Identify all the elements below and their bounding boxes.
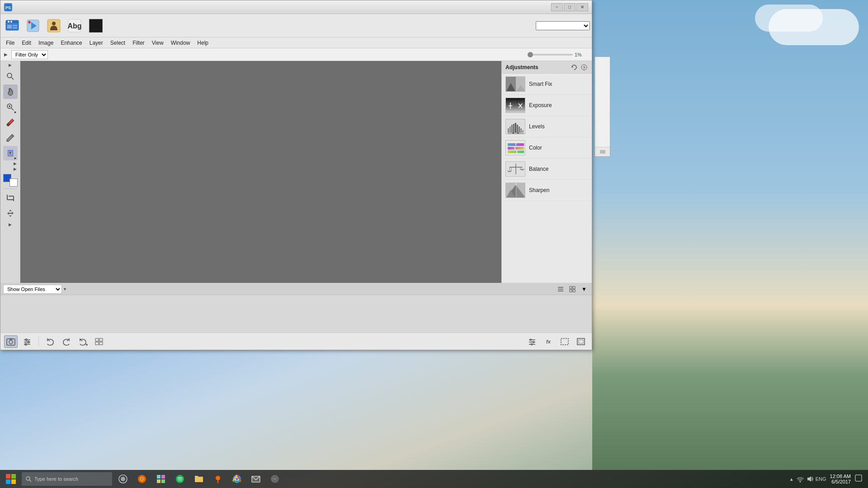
menu-help[interactable]: Help xyxy=(193,38,212,47)
adjustments-reset-icon[interactable] xyxy=(570,63,578,71)
maximize-button[interactable]: □ xyxy=(564,3,576,11)
adjustment-exposure[interactable]: Exposure xyxy=(502,95,592,116)
adjustments-header: Adjustments ? xyxy=(502,61,592,74)
history-button[interactable]: ▼ xyxy=(76,335,90,348)
sliders-button[interactable] xyxy=(525,335,539,348)
adjust-mode-button[interactable] xyxy=(20,335,34,348)
svg-rect-48 xyxy=(519,127,520,133)
svg-rect-78 xyxy=(573,286,575,289)
start-button[interactable] xyxy=(2,471,20,487)
notification-button[interactable] xyxy=(854,474,863,484)
text-tool-icon[interactable]: Abg xyxy=(65,16,85,36)
scroll-thumb[interactable] xyxy=(600,150,605,154)
menu-file[interactable]: File xyxy=(2,38,18,47)
actions-icon[interactable] xyxy=(23,16,43,36)
bottom-list-icon[interactable] xyxy=(556,285,566,294)
text-tool[interactable]: T ▶ xyxy=(3,146,18,160)
color-label: Color xyxy=(529,145,542,151)
taskbar-search[interactable]: Type here to search xyxy=(22,472,112,486)
frame-button[interactable] xyxy=(574,335,588,348)
hand-tool[interactable] xyxy=(3,84,18,99)
svg-rect-92 xyxy=(95,342,99,345)
tray-expand[interactable]: ▲ xyxy=(789,477,794,482)
svg-text:PS: PS xyxy=(5,5,11,10)
layout-button[interactable] xyxy=(92,335,106,348)
guided-icon[interactable] xyxy=(44,16,64,36)
status-left: ▼ xyxy=(4,335,106,348)
status-separator xyxy=(38,336,39,347)
menu-enhance[interactable]: Enhance xyxy=(57,38,85,47)
sharpen-label: Sharpen xyxy=(529,187,549,193)
svg-marker-29 xyxy=(572,66,573,68)
adjustment-balance[interactable]: Balance xyxy=(502,159,592,180)
taskbar-firefox[interactable] xyxy=(133,471,151,487)
eyedropper-tool[interactable] xyxy=(3,115,18,130)
bottom-expand-icon[interactable]: ▼ xyxy=(579,285,589,294)
menu-bar: File Edit Image Enhance Layer Select Fil… xyxy=(0,38,592,48)
grid-select-button[interactable] xyxy=(557,335,572,348)
adjustment-color[interactable]: Color xyxy=(502,137,592,159)
svg-point-89 xyxy=(25,343,27,345)
adjustment-sharpen[interactable]: Sharpen xyxy=(502,180,592,201)
menu-window[interactable]: Window xyxy=(167,38,194,47)
left-toolbar-expand[interactable]: ▶ xyxy=(9,63,12,67)
taskbar-chrome[interactable] xyxy=(228,471,246,487)
menu-layer[interactable]: Layer xyxy=(86,38,107,47)
organizer-icon[interactable] xyxy=(2,16,22,36)
smart-fix-thumb xyxy=(505,76,525,92)
taskbar-files[interactable] xyxy=(190,471,208,487)
adjustment-smart-fix[interactable]: Smart Fix xyxy=(502,74,592,95)
show-open-files-dropdown[interactable]: Show Open Files xyxy=(3,285,62,294)
status-right: fx xyxy=(525,335,588,348)
balance-thumb xyxy=(505,161,525,177)
taskbar-mail[interactable] xyxy=(247,471,265,487)
bottom-grid-icon[interactable] xyxy=(567,285,577,294)
taskbar-action-center[interactable] xyxy=(114,471,132,487)
menu-filter[interactable]: Filter xyxy=(129,38,148,47)
taskbar-game[interactable]: 🎮 xyxy=(266,471,284,487)
adjustments-help-icon[interactable]: ? xyxy=(580,63,588,71)
taskbar-app3[interactable] xyxy=(152,471,170,487)
svg-text:Abg: Abg xyxy=(67,22,81,30)
adjustment-levels[interactable]: Levels xyxy=(502,116,592,137)
svg-rect-46 xyxy=(515,123,516,133)
undo-button[interactable] xyxy=(43,335,57,348)
crop-tool[interactable] xyxy=(3,191,18,205)
svg-point-129 xyxy=(799,481,801,483)
menu-view[interactable]: View xyxy=(148,38,167,47)
fx-button[interactable]: fx xyxy=(541,335,556,348)
color-swatches[interactable] xyxy=(3,174,18,187)
menu-select[interactable]: Select xyxy=(107,38,129,47)
pencil-tool[interactable] xyxy=(3,131,18,145)
zoom-slider[interactable] xyxy=(528,54,573,56)
bottom-expand-arrow[interactable]: ▶ xyxy=(9,222,12,227)
close-button[interactable]: ✕ xyxy=(576,3,588,11)
svg-rect-93 xyxy=(99,342,103,345)
svg-point-13 xyxy=(52,22,56,25)
redo-button[interactable] xyxy=(60,335,73,348)
left-toolbar: ▶ xyxy=(0,61,20,283)
taskbar-spotify[interactable] xyxy=(171,471,189,487)
search-tool[interactable] xyxy=(3,69,18,84)
svg-rect-56 xyxy=(508,147,524,150)
background-color[interactable] xyxy=(9,178,18,187)
menu-edit[interactable]: Edit xyxy=(18,38,35,47)
menu-image[interactable]: Image xyxy=(35,38,57,47)
clock[interactable]: 12:08 AM 6/5/2017 xyxy=(828,473,853,485)
svg-marker-130 xyxy=(807,476,811,482)
svg-point-107 xyxy=(26,477,30,480)
minimize-button[interactable]: − xyxy=(551,3,563,11)
bottom-panel: Show Open Files ▼ xyxy=(0,283,592,333)
brush-expand[interactable]: ▶ xyxy=(3,161,18,166)
zoom-tool[interactable]: ▶ xyxy=(3,100,18,114)
clone-expand[interactable]: ▶ xyxy=(3,167,18,171)
lang-indicator[interactable]: ENG xyxy=(816,476,826,482)
color-swatch-top[interactable] xyxy=(89,19,103,33)
zoom-label: 1% xyxy=(575,52,588,57)
svg-rect-100 xyxy=(561,338,568,345)
move-tool[interactable] xyxy=(3,206,18,221)
photo-mode-button[interactable] xyxy=(4,335,18,348)
top-dropdown[interactable] xyxy=(536,21,590,30)
taskbar-pin[interactable] xyxy=(209,471,227,487)
filter-dropdown[interactable]: Filter Only xyxy=(11,50,48,59)
